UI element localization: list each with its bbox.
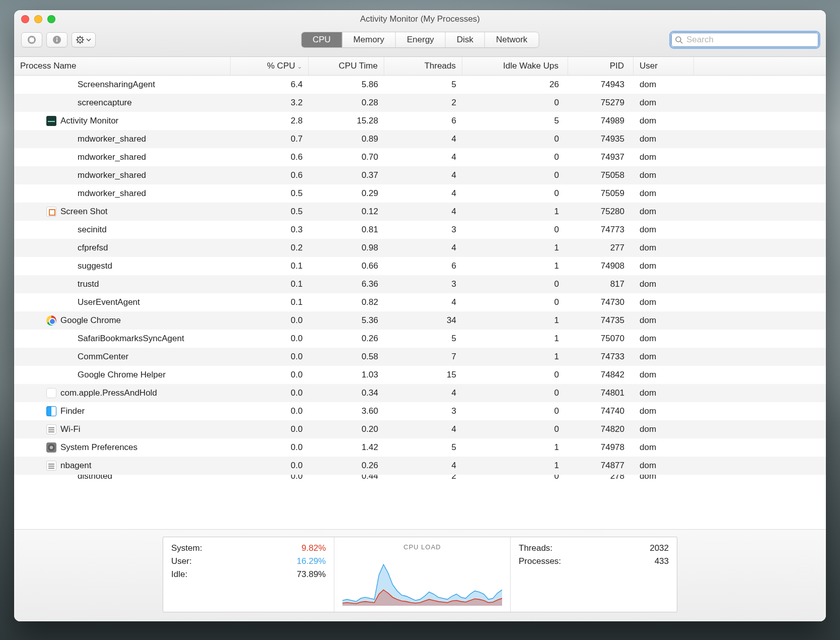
cell-cpu: 0.0 (231, 442, 309, 453)
process-name: mdworker_shared (78, 134, 146, 144)
table-row[interactable]: com.apple.PressAndHold0.00.344074801dom (14, 384, 826, 402)
table-row[interactable]: suggestd0.10.666174908dom (14, 257, 826, 275)
cell-threads: 4 (384, 170, 462, 180)
cell-user: dom (634, 152, 694, 162)
table-row[interactable]: Activity Monitor2.815.286574989dom (14, 112, 826, 130)
cell-user: dom (634, 80, 694, 90)
table-row[interactable]: SafariBookmarksSyncAgent0.00.265175070do… (14, 330, 826, 348)
tab-network[interactable]: Network (485, 32, 538, 47)
table-row[interactable]: Google Chrome Helper0.01.0315074842dom (14, 366, 826, 384)
cell-time: 0.34 (309, 388, 384, 398)
table-row[interactable]: ScreensharingAgent6.45.8652674943dom (14, 76, 826, 94)
table-row[interactable]: distnoted0.00.4420278dom (14, 475, 826, 484)
table-row[interactable]: System Preferences0.01.425174978dom (14, 438, 826, 457)
col-pid[interactable]: PID (568, 57, 634, 75)
cell-user: dom (634, 207, 694, 217)
table-row[interactable]: Wi-Fi0.00.204074820dom (14, 420, 826, 438)
user-value: 16.29% (297, 556, 326, 566)
cell-time: 0.37 (309, 170, 384, 180)
cell-pid: 74820 (568, 424, 634, 434)
table-row[interactable]: nbagent0.00.264174877dom (14, 457, 826, 475)
tab-disk[interactable]: Disk (446, 32, 485, 47)
table-row[interactable]: UserEventAgent0.10.824074730dom (14, 293, 826, 311)
stop-process-button[interactable] (21, 32, 42, 47)
cell-threads: 6 (384, 116, 462, 126)
table-row[interactable]: mdworker_shared0.60.704074937dom (14, 148, 826, 166)
cell-time: 0.28 (309, 98, 384, 108)
cell-cpu: 0.0 (231, 370, 309, 380)
cell-cpu: 0.5 (231, 207, 309, 217)
table-row[interactable]: Finder0.03.603074740dom (14, 402, 826, 420)
cell-threads: 4 (384, 207, 462, 217)
cell-time: 0.20 (309, 424, 384, 434)
col-user[interactable]: User (634, 57, 694, 75)
window-title: Activity Monitor (My Processes) (360, 14, 480, 24)
script-icon (46, 424, 56, 434)
process-name: mdworker_shared (78, 170, 146, 180)
minimize-button[interactable] (34, 15, 42, 23)
tab-memory[interactable]: Memory (342, 32, 396, 47)
table-row[interactable]: Screen Shot0.50.124175280dom (14, 203, 826, 221)
tab-energy[interactable]: Energy (396, 32, 446, 47)
cell-pid: 74908 (568, 261, 634, 271)
process-name: Activity Monitor (60, 116, 118, 126)
col-threads[interactable]: Threads (384, 57, 462, 75)
cell-wake: 0 (462, 134, 568, 144)
cell-pid: 74735 (568, 315, 634, 326)
cell-threads: 3 (384, 225, 462, 235)
cell-cpu: 0.0 (231, 334, 309, 344)
col-cpu-time[interactable]: CPU Time (309, 57, 384, 75)
system-preferences-icon (46, 442, 56, 453)
table-row[interactable]: mdworker_shared0.60.374075058dom (14, 166, 826, 184)
cell-pid: 74978 (568, 442, 634, 453)
col-idle-wake-ups[interactable]: Idle Wake Ups (462, 57, 568, 75)
cell-wake: 0 (462, 225, 568, 235)
zoom-button[interactable] (47, 15, 55, 23)
process-name: ScreensharingAgent (78, 80, 155, 90)
cell-user: dom (634, 116, 694, 126)
col-process-name[interactable]: Process Name (14, 57, 231, 75)
cell-time: 0.12 (309, 207, 384, 217)
cell-wake: 0 (462, 370, 568, 380)
col--cpu[interactable]: % CPU⌄ (231, 57, 309, 75)
table-row[interactable]: cfprefsd0.20.9841277dom (14, 239, 826, 257)
cell-user: dom (634, 334, 694, 344)
process-name: Wi-Fi (60, 424, 81, 434)
table-row[interactable]: secinitd0.30.813074773dom (14, 221, 826, 239)
chevron-down-icon (86, 37, 91, 42)
cell-time: 0.98 (309, 243, 384, 253)
table-row[interactable]: screencapture3.20.282075279dom (14, 94, 826, 112)
table-row[interactable]: trustd0.16.3630817dom (14, 275, 826, 293)
process-name: cfprefsd (78, 243, 108, 253)
cell-time: 0.58 (309, 352, 384, 362)
cell-user: dom (634, 442, 694, 453)
window-controls (21, 15, 55, 23)
table-row[interactable]: mdworker_shared0.70.894074935dom (14, 130, 826, 148)
cell-cpu: 0.6 (231, 170, 309, 180)
idle-label: Idle: (171, 569, 187, 580)
process-name: nbagent (60, 461, 91, 471)
cell-cpu: 0.1 (231, 261, 309, 271)
inspect-process-button[interactable] (46, 32, 67, 47)
close-button[interactable] (21, 15, 29, 23)
tab-cpu[interactable]: CPU (302, 32, 342, 47)
gear-icon (76, 36, 84, 44)
cell-time: 0.26 (309, 461, 384, 471)
user-label: User: (171, 556, 192, 566)
table-row[interactable]: mdworker_shared0.50.294075059dom (14, 184, 826, 203)
search-input[interactable] (671, 32, 819, 47)
cell-cpu: 3.2 (231, 98, 309, 108)
options-menu-button[interactable] (72, 32, 96, 47)
cell-cpu: 0.0 (231, 461, 309, 471)
cell-user: dom (634, 225, 694, 235)
cell-threads: 15 (384, 370, 462, 380)
cell-user: dom (634, 370, 694, 380)
table-row[interactable]: CommCenter0.00.587174733dom (14, 348, 826, 366)
cell-threads: 34 (384, 315, 462, 326)
cell-pid: 75059 (568, 188, 634, 199)
cell-cpu: 6.4 (231, 80, 309, 90)
cell-cpu: 0.5 (231, 188, 309, 199)
table-row[interactable]: Google Chrome0.05.3634174735dom (14, 311, 826, 330)
cell-pid: 75279 (568, 98, 634, 108)
cell-time: 1.42 (309, 442, 384, 453)
